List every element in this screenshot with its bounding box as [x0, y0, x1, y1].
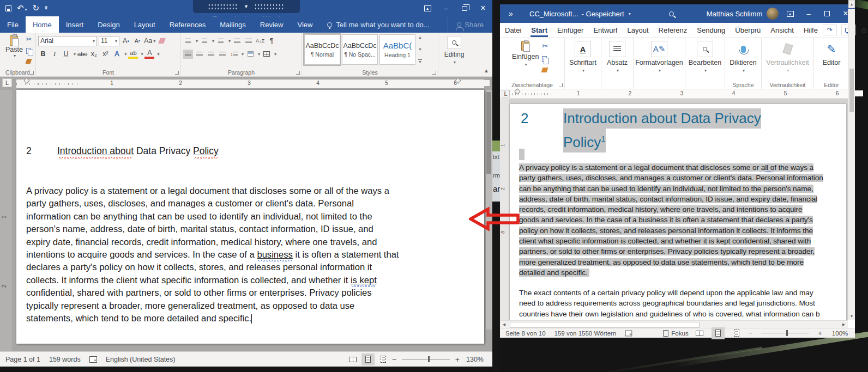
vertical-ruler[interactable]: 1 2 — [0, 90, 12, 351]
zoom-in-button[interactable]: + — [818, 329, 822, 337]
collapse-ribbon-icon[interactable]: ▲ — [484, 68, 489, 74]
document-paragraph[interactable]: A privacy policy is a statement or a leg… — [26, 185, 399, 325]
shading-button[interactable] — [245, 50, 255, 59]
zoom-in-button[interactable]: + — [455, 355, 460, 364]
zoom-level[interactable]: 130% — [462, 356, 488, 363]
show-paragraph-marks-button[interactable]: ¶ — [267, 36, 276, 46]
paste-button[interactable]: Paste ▾ — [2, 34, 26, 65]
style-heading1[interactable]: AaBbC( Heading 1 — [379, 34, 415, 65]
tab-view[interactable]: View — [290, 16, 320, 33]
styles-scroll-up-icon[interactable]: ▲ — [418, 35, 422, 39]
vertical-scrollbar[interactable]: ▲ ▼ — [848, 9, 855, 320]
text-effects-dropdown-icon[interactable]: ▾ — [124, 52, 126, 57]
print-layout-button[interactable] — [712, 327, 725, 339]
line-spacing-dropdown-icon[interactable]: ▾ — [242, 52, 244, 57]
zoom-out-button[interactable]: − — [749, 329, 753, 337]
borders-dropdown-icon[interactable]: ▾ — [274, 52, 276, 57]
word-count-status[interactable]: 159 words — [45, 356, 85, 363]
title-bar[interactable]: ↶▾ ↻ ▾ ▼ Example.docx - Word ▴ – × — [0, 0, 492, 16]
numbering-dropdown-icon[interactable]: ▾ — [212, 39, 214, 44]
document-heading[interactable]: 2 Introduction about Data Privacy Policy… — [521, 108, 761, 153]
cut-button[interactable]: ✂ — [542, 42, 548, 50]
tab-design[interactable]: Design — [91, 16, 126, 33]
tab-sendungen[interactable]: Sendung — [692, 23, 730, 37]
increase-indent-button[interactable] — [244, 36, 254, 46]
close-button[interactable]: × — [474, 0, 492, 16]
format-painter-button[interactable] — [541, 68, 548, 72]
search-button[interactable] — [669, 10, 674, 18]
styles-gallery-expand-icon[interactable]: ▼ — [418, 59, 422, 64]
ribbon-display-options-button[interactable]: ▴ — [418, 0, 437, 16]
page-count-status[interactable]: Page 1 of 1 — [0, 356, 45, 363]
share-button[interactable]: Share — [448, 16, 492, 33]
highlight-dropdown-icon[interactable]: ▾ — [141, 52, 143, 57]
paste-dropdown-icon[interactable]: ▾ — [14, 53, 16, 58]
undo-button[interactable]: ↶▾ — [17, 3, 27, 13]
tab-entwurf[interactable]: Entwurf — [588, 23, 622, 37]
ribbon-display-options-button[interactable]: ▴ — [781, 4, 799, 23]
clipboard-dialog-launcher[interactable] — [559, 83, 563, 87]
scroll-left-icon[interactable]: ◀ — [501, 321, 508, 328]
font-size-select[interactable]: 11▾ — [99, 36, 119, 46]
account-name[interactable]: Matthias Schlimm — [707, 10, 763, 18]
tab-layout[interactable]: Layout — [622, 23, 653, 37]
shading-dropdown-icon[interactable]: ▾ — [258, 52, 260, 57]
tab-datei[interactable]: Datei — [500, 23, 526, 37]
font-color-dropdown-icon[interactable]: ▾ — [157, 52, 159, 57]
minimize-button[interactable]: – — [437, 0, 455, 16]
italic-button[interactable]: I — [50, 50, 59, 59]
zoom-out-button[interactable]: − — [392, 355, 396, 364]
horizontal-scrollbar-thumb[interactable] — [510, 322, 700, 328]
page-count-status[interactable]: Seite 8 von 10 — [500, 330, 550, 337]
document-title-group[interactable]: CC_Microsoft... - Gespeichert ▾ — [529, 10, 631, 18]
zoom-slider[interactable] — [761, 333, 809, 334]
scrollbar-up-icon[interactable]: ▲ — [848, 0, 855, 8]
tab-hilfe[interactable]: Hilfe — [799, 23, 823, 37]
tab-ansicht[interactable]: Ansicht — [765, 23, 799, 37]
justify-button[interactable] — [218, 50, 227, 59]
sort-button[interactable]: A↓Z — [255, 36, 265, 46]
bullets-button[interactable] — [183, 36, 193, 46]
shrink-font-button[interactable]: A▾ — [132, 36, 142, 46]
undo-dropdown-icon[interactable]: ▾ — [25, 7, 27, 12]
tab-referenzen[interactable]: Referenz — [654, 23, 692, 37]
scrollbar-thumb[interactable] — [849, 69, 854, 112]
selected-paragraph[interactable]: A privacy policy is a statement or a leg… — [519, 162, 823, 278]
multilevel-dropdown-icon[interactable]: ▾ — [228, 39, 231, 44]
web-layout-button[interactable] — [730, 327, 743, 339]
font-dialog-launcher[interactable] — [175, 71, 179, 75]
bold-button[interactable]: B — [38, 50, 48, 59]
document-page[interactable]: 2 Introduction about Data Privacy Policy… — [16, 90, 484, 344]
style-no-spacing[interactable]: AaBbCcDc ¶ No Spac... — [342, 34, 378, 65]
quick-access-overflow-button[interactable]: » — [500, 4, 522, 23]
decrease-indent-button[interactable] — [232, 36, 242, 46]
language-status[interactable]: English (United States) — [101, 356, 180, 363]
strikethrough-button[interactable]: abe — [77, 50, 87, 59]
maximize-button[interactable] — [818, 4, 836, 23]
line-spacing-button[interactable]: ↕ — [229, 50, 239, 59]
borders-button[interactable] — [262, 50, 272, 59]
zoom-slider-thumb[interactable] — [428, 356, 430, 362]
tell-me-search[interactable]: Tell me what you want to do... — [320, 16, 437, 33]
tab-einfuegen[interactable]: Einfüger — [552, 23, 588, 37]
read-mode-button[interactable] — [346, 353, 359, 365]
read-mode-button[interactable] — [693, 327, 706, 339]
align-right-button[interactable] — [206, 50, 216, 59]
customize-quick-access-icon[interactable]: ▾ — [45, 6, 47, 10]
redo-button[interactable]: ↻ — [33, 3, 40, 13]
grow-font-button[interactable]: A▴ — [121, 36, 131, 46]
underline-dropdown-icon[interactable]: ▾ — [74, 52, 76, 57]
web-layout-button[interactable] — [377, 353, 390, 365]
feedback-smiley-button[interactable]: ☺ — [860, 26, 868, 35]
paste-button[interactable]: Einfügen ▾ — [512, 41, 539, 74]
horizontal-ruler[interactable]: 123456 — [16, 80, 484, 88]
tab-layout[interactable]: Layout — [127, 16, 162, 33]
tab-insert[interactable]: Insert — [59, 16, 91, 33]
print-layout-button[interactable] — [361, 353, 375, 365]
style-normal[interactable]: AaBbCcDc ¶ Normal — [304, 34, 340, 65]
tab-mailings[interactable]: Mailings — [213, 16, 253, 33]
tab-stop-selector[interactable]: L — [2, 78, 12, 87]
text-effects-button[interactable]: A — [112, 50, 122, 59]
zoom-level[interactable]: 100% — [828, 330, 852, 337]
paragraph-dialog-launcher[interactable] — [296, 71, 300, 75]
